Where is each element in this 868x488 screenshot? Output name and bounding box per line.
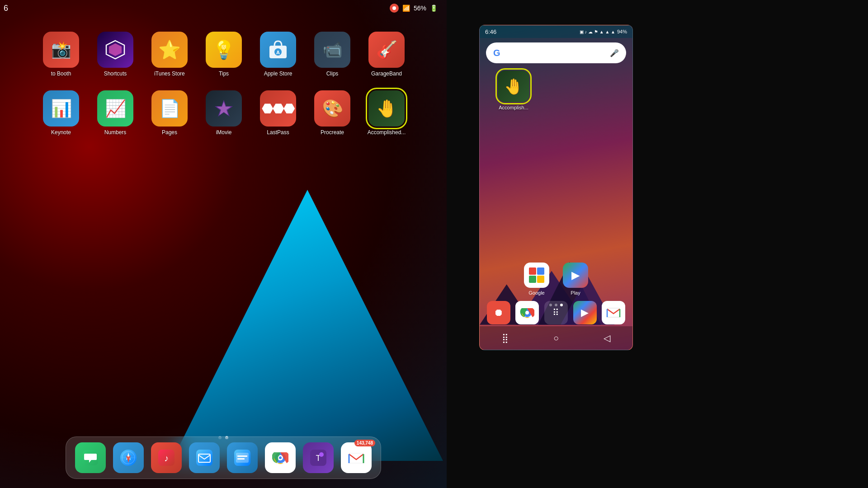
app-keynote[interactable]: 📊 Keynote — [36, 90, 86, 136]
android-chrome-icon — [520, 305, 534, 320]
android-dock-gmail[interactable] — [602, 301, 625, 324]
tips-icon: 💡 — [206, 32, 242, 68]
svg-rect-40 — [537, 276, 544, 283]
dock-safari[interactable] — [113, 442, 144, 473]
clips-label: Clips — [326, 70, 339, 77]
svg-rect-21 — [237, 455, 247, 457]
procreate-label: Procreate — [321, 129, 344, 136]
app-pages[interactable]: 📄 Pages — [145, 90, 194, 136]
android-middle-apps: Google ▶ Play — [480, 263, 632, 296]
svg-marker-2 — [109, 43, 122, 56]
android-app-play[interactable]: ▶ Play — [563, 263, 588, 296]
play-app-icon: ▶ — [563, 263, 588, 288]
battery-indicator — [390, 4, 399, 13]
app-lastpass[interactable]: ⬣⬣⬣ LastPass — [253, 90, 303, 136]
android-dock-apps[interactable]: ⠿ — [544, 301, 568, 324]
microphone-icon[interactable]: 🎤 — [610, 49, 619, 57]
android-app-google[interactable]: Google — [524, 263, 549, 296]
app-numbers[interactable]: 📈 Numbers — [90, 90, 140, 136]
svg-point-29 — [319, 452, 324, 457]
app-photobooth[interactable]: 📸 to Booth — [36, 32, 86, 77]
ipad-status-bar: 6 📶 56% 🔋 — [0, 0, 447, 16]
android-panel: 6:46 ▣ ♪ ☁ ⚑ ▲ ▲ ▲ 94% G 🎤 🤚 Accomplish.… — [479, 25, 633, 350]
svg-rect-22 — [237, 458, 245, 460]
app-appstore[interactable]: A Apple Store — [253, 32, 303, 77]
mail-icon-svg — [196, 449, 213, 466]
lastpass-label: LastPass — [267, 129, 289, 136]
app-shortcuts[interactable]: Shortcuts — [90, 32, 140, 77]
chrome-icon-svg — [272, 450, 288, 466]
photobooth-icon: 📸 — [43, 32, 79, 68]
google-app-label: Google — [528, 290, 544, 296]
svg-point-0 — [392, 6, 396, 10]
dock-chrome[interactable] — [265, 442, 296, 473]
android-recents-button[interactable]: ⣿ — [498, 329, 512, 347]
music-icon-svg: ♪ — [158, 449, 175, 466]
imovie-label: iMovie — [216, 129, 232, 136]
dock-mail[interactable] — [189, 442, 220, 473]
svg-rect-30 — [349, 453, 363, 463]
shortcuts-label: Shortcuts — [104, 70, 127, 77]
dock-music[interactable]: ♪ — [151, 442, 182, 473]
dock-gmail[interactable]: 143,748 — [341, 442, 372, 473]
appstore-label: Apple Store — [264, 70, 292, 77]
gmail-badge: 143,748 — [354, 440, 375, 446]
ipad-dock: ♪ — [66, 436, 381, 479]
svg-text:A: A — [276, 50, 280, 55]
numbers-label: Numbers — [104, 129, 127, 136]
svg-rect-37 — [529, 267, 536, 275]
ipad-time: 6 — [4, 4, 8, 13]
files-icon-svg — [234, 449, 251, 466]
shortcuts-icon — [97, 32, 133, 68]
pages-icon: 📄 — [151, 90, 188, 127]
pages-label: Pages — [162, 129, 177, 136]
accomplished-label: Accomplished... — [368, 129, 406, 136]
itunes-label: iTunes Store — [154, 70, 185, 77]
app-imovie[interactable]: iMovie — [199, 90, 249, 136]
clips-icon: 📹 — [314, 32, 350, 68]
android-bottom-dock: ⏺ ⠿ ▶ — [480, 301, 632, 324]
app-accomplished[interactable]: 🤚 Accomplished... — [362, 90, 411, 136]
safari-icon-svg — [120, 449, 137, 466]
svg-rect-39 — [529, 276, 536, 283]
dock-files[interactable] — [227, 442, 258, 473]
svg-text:♪: ♪ — [164, 453, 169, 463]
appstore-icon: A — [260, 32, 296, 68]
android-gmail-icon — [606, 305, 621, 320]
battery-percent: 56% — [414, 5, 426, 12]
android-home-button[interactable]: ○ — [550, 329, 562, 347]
garageband-icon: 🎸 — [368, 32, 405, 68]
svg-point-26 — [279, 456, 282, 459]
tips-label: Tips — [219, 70, 229, 77]
app-garageband[interactable]: 🎸 GarageBand — [362, 32, 411, 77]
android-dock-playstore[interactable]: ▶ — [573, 301, 597, 324]
procreate-icon: 🎨 — [314, 90, 350, 127]
svg-rect-43 — [607, 308, 620, 317]
itunes-icon: ⭐ — [151, 32, 188, 68]
recording-dot-icon — [392, 6, 396, 10]
android-battery: 94% — [617, 29, 627, 34]
ipad-app-grid: 📸 to Booth Shortcuts ⭐ iTunes Store 💡 T — [0, 27, 447, 140]
keynote-label: Keynote — [51, 129, 71, 136]
appstore-bag-icon: A — [268, 39, 288, 60]
teams-icon-svg: T — [310, 449, 327, 466]
app-tips[interactable]: 💡 Tips — [199, 32, 249, 77]
gmail-icon-svg — [348, 450, 364, 466]
wifi-icon: 📶 — [402, 5, 410, 12]
imovie-star-icon — [213, 98, 234, 119]
battery-icon: 🔋 — [430, 5, 438, 12]
android-back-button[interactable]: ◁ — [600, 329, 614, 347]
app-itunes[interactable]: ⭐ iTunes Store — [145, 32, 194, 77]
dock-teams[interactable]: T — [303, 442, 334, 473]
app-clips[interactable]: 📹 Clips — [307, 32, 357, 77]
dock-messages[interactable] — [75, 442, 106, 473]
android-search-bar[interactable]: G 🎤 — [486, 42, 626, 63]
keynote-icon: 📊 — [43, 90, 79, 127]
android-dock-screenrec[interactable]: ⏺ — [487, 301, 510, 324]
play-app-label: Play — [571, 290, 580, 296]
google-icon-svg — [529, 267, 544, 283]
android-app-accomplished[interactable]: 🤚 Accomplish... — [489, 70, 538, 110]
android-accomplished-icon: 🤚 — [498, 70, 529, 102]
app-procreate[interactable]: 🎨 Procreate — [307, 90, 357, 136]
android-dock-chrome[interactable] — [515, 301, 539, 324]
